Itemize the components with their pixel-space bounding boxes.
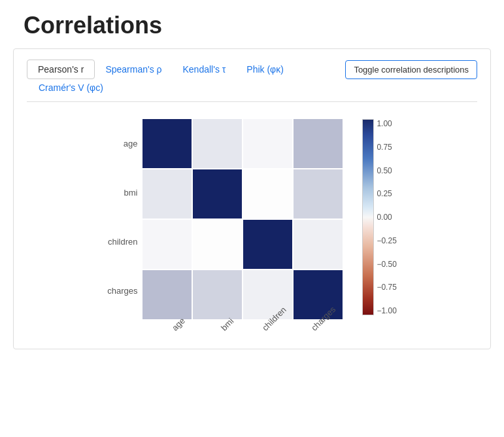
heatmap-cell-children-age xyxy=(143,220,192,269)
heatmap-cell-age-bmi xyxy=(193,119,242,168)
y-label-bmi: bmi xyxy=(124,168,137,217)
legend-tick-neg0.50: −0.50 xyxy=(377,260,396,269)
legend-tick-0.75: 0.75 xyxy=(377,143,396,152)
legend-color-bar xyxy=(362,119,374,315)
heatmap-cell-bmi-charges xyxy=(294,169,343,218)
tab-kendalls-tau[interactable]: Kendall's τ xyxy=(173,60,237,79)
heatmap-cell-charges-bmi xyxy=(193,270,242,319)
color-legend: 1.00 0.75 0.50 0.25 0.00 −0.25 −0.50 −0.… xyxy=(362,119,396,315)
section-divider xyxy=(27,101,477,102)
heatmap-cell-children-bmi xyxy=(193,220,242,269)
legend-tick-neg0.25: −0.25 xyxy=(377,236,396,245)
tab-phik[interactable]: Phik (φκ) xyxy=(236,60,294,79)
heatmap-cell-bmi-children xyxy=(243,169,292,218)
tab-cramers-v[interactable]: Cramér's V (φc) xyxy=(28,79,114,97)
legend-tick-0.50: 0.50 xyxy=(377,166,396,175)
y-axis-labels: age bmi children charges xyxy=(107,119,143,315)
x-label-charges: charges xyxy=(294,323,343,336)
y-label-charges: charges xyxy=(107,266,137,315)
legend-tick-neg1.00: −1.00 xyxy=(377,306,396,315)
legend-tick-0.25: 0.25 xyxy=(377,189,396,198)
heatmap-cell-age-age xyxy=(143,119,192,168)
heatmap-cell-age-children xyxy=(243,119,292,168)
heatmap-cell-charges-age xyxy=(143,270,192,319)
toggle-correlation-descriptions-button[interactable]: Toggle correlation descriptions xyxy=(345,60,477,79)
tab-pearsons-r[interactable]: Pearson's r xyxy=(27,60,95,79)
legend-tick-0.00: 0.00 xyxy=(377,213,396,222)
heatmap-cell-bmi-bmi xyxy=(193,169,242,218)
page-title: Correlations xyxy=(0,0,504,48)
x-label-children: children xyxy=(244,323,294,336)
tabs-row-1: Pearson's r Spearman's ρ Kendall's τ Phi… xyxy=(27,60,294,79)
main-card: Pearson's r Spearman's ρ Kendall's τ Phi… xyxy=(13,48,491,349)
x-label-bmi: bmi xyxy=(195,323,244,336)
heatmap-grid xyxy=(143,119,343,319)
heatmap-cell-age-charges xyxy=(294,119,343,168)
heatmap-cell-children-children xyxy=(243,220,292,269)
heatmap-cell-bmi-age xyxy=(143,169,192,218)
heatmap-container: age bmi children charges age bmi childre… xyxy=(107,119,343,336)
y-label-age: age xyxy=(124,119,138,168)
chart-area: age bmi children charges age bmi childre… xyxy=(27,113,477,336)
legend-tick-neg0.75: −0.75 xyxy=(377,283,396,292)
legend-tick-1.00: 1.00 xyxy=(377,119,396,128)
x-axis-labels: age bmi children charges xyxy=(146,323,343,336)
legend-tick-labels: 1.00 0.75 0.50 0.25 0.00 −0.25 −0.50 −0.… xyxy=(377,119,396,315)
heatmap-cell-children-charges xyxy=(294,220,343,269)
y-label-children: children xyxy=(108,217,138,266)
tab-spearmans-rho[interactable]: Spearman's ρ xyxy=(95,60,172,79)
x-label-age: age xyxy=(146,323,195,336)
